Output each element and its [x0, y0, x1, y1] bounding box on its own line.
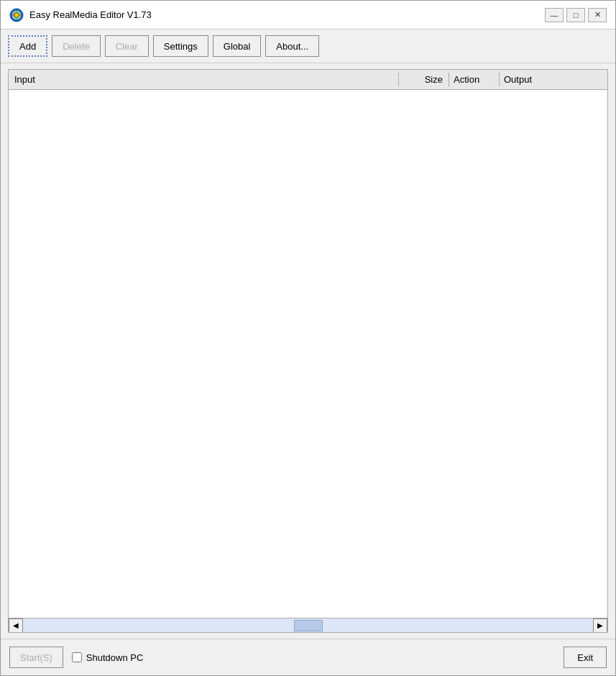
main-window: Easy RealMedia Editor V1.73 — □ ✕ Add De…: [0, 0, 616, 676]
title-bar: Easy RealMedia Editor V1.73 — □ ✕: [1, 1, 615, 29]
table-body: [9, 90, 607, 618]
clear-button[interactable]: Clear: [105, 35, 149, 57]
table-header: Input Size Action Output: [9, 70, 607, 90]
column-header-size: Size: [399, 73, 449, 86]
scroll-thumb[interactable]: [294, 620, 323, 631]
scroll-left-button[interactable]: ◀: [9, 618, 23, 633]
window-controls: — □ ✕: [545, 8, 607, 22]
about-button[interactable]: About...: [265, 35, 319, 57]
column-header-output: Output: [500, 73, 607, 86]
add-button[interactable]: Add: [8, 35, 47, 57]
close-button[interactable]: ✕: [588, 8, 607, 22]
shutdown-label[interactable]: Shutdown PC: [72, 652, 144, 663]
horizontal-scrollbar[interactable]: ◀ ▶: [9, 618, 607, 632]
scroll-track[interactable]: [23, 618, 593, 632]
footer-right: Exit: [564, 647, 607, 668]
file-table: Input Size Action Output ◀ ▶: [8, 69, 608, 633]
column-header-action: Action: [449, 73, 500, 86]
shutdown-text: Shutdown PC: [86, 652, 144, 663]
shutdown-checkbox[interactable]: [72, 652, 82, 662]
scroll-right-button[interactable]: ▶: [593, 618, 607, 633]
window-title: Easy RealMedia Editor V1.73: [29, 9, 545, 20]
delete-button[interactable]: Delete: [52, 35, 101, 57]
app-icon: [9, 8, 24, 22]
footer: Start(S) Shutdown PC Exit: [1, 639, 615, 675]
maximize-button[interactable]: □: [566, 8, 585, 22]
start-button[interactable]: Start(S): [9, 647, 63, 668]
toolbar: Add Delete Clear Settings Global About..…: [1, 29, 615, 63]
column-header-input: Input: [9, 73, 399, 86]
global-button[interactable]: Global: [213, 35, 262, 57]
svg-point-2: [15, 13, 19, 17]
main-content: Input Size Action Output ◀ ▶: [1, 63, 615, 639]
settings-button[interactable]: Settings: [153, 35, 208, 57]
exit-button[interactable]: Exit: [564, 647, 607, 668]
minimize-button[interactable]: —: [545, 8, 564, 22]
